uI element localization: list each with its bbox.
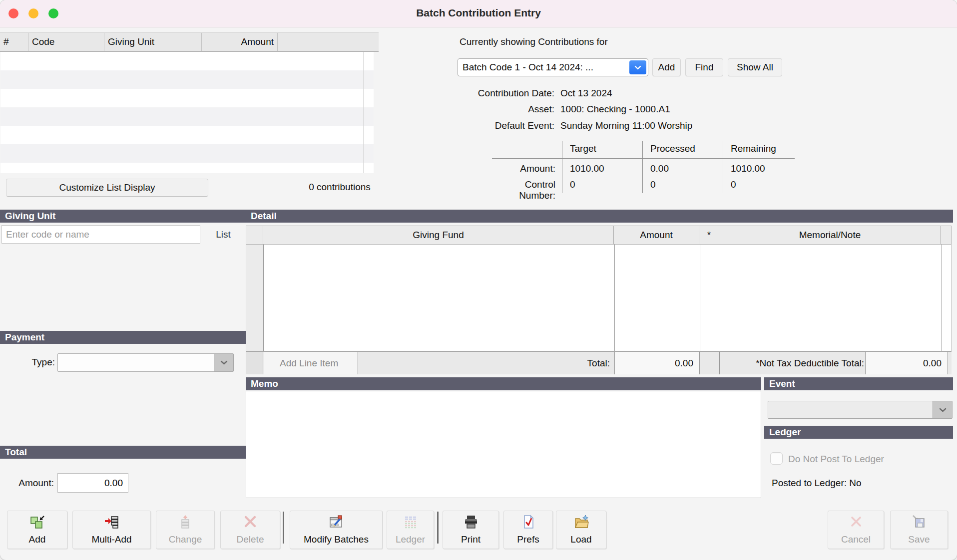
- detail-total-label: Total:: [496, 352, 610, 374]
- modify-batches-icon: [328, 514, 344, 530]
- chevron-down-icon: [214, 354, 233, 371]
- prefs-document-icon: [520, 514, 536, 530]
- summary-col-target: Target: [570, 143, 596, 154]
- not-tax-deductible-label: *Not Tax Deductible Total:: [716, 352, 864, 374]
- event-select[interactable]: [768, 401, 953, 419]
- contribution-date-value: Oct 13 2024: [560, 88, 612, 99]
- delete-x-icon: [242, 514, 258, 530]
- column-header-number: #: [0, 33, 28, 51]
- multi-add-button[interactable]: Multi-Add: [72, 511, 151, 549]
- summary-control-processed: 0: [650, 179, 656, 190]
- detail-total-handle: [246, 352, 263, 374]
- summary-row-control-label: Control Number:: [492, 179, 555, 201]
- memo-textarea[interactable]: [246, 391, 761, 498]
- summary-control-target: 0: [570, 179, 575, 190]
- add-line-item-button[interactable]: Add Line Item: [264, 352, 358, 374]
- detail-col-blank: [941, 226, 951, 244]
- ledger-grid-icon: [403, 514, 419, 530]
- detail-grid-line: [942, 245, 942, 351]
- event-section-title: Event: [764, 377, 953, 390]
- load-button[interactable]: Load: [556, 511, 606, 549]
- detail-grid-line: [614, 245, 615, 351]
- batch-add-button[interactable]: Add: [652, 58, 681, 76]
- batch-show-all-button[interactable]: Show All: [728, 58, 782, 76]
- detail-handle-column: [246, 226, 263, 244]
- summary-row-amount-label: Amount:: [492, 163, 555, 174]
- add-icon: [29, 514, 45, 530]
- summary-col-remaining: Remaining: [731, 143, 776, 154]
- change-icon: [177, 514, 193, 530]
- prefs-button[interactable]: Prefs: [503, 511, 553, 549]
- column-header-giving-unit: Giving Unit: [104, 33, 202, 51]
- contribution-list-header: # Code Giving Unit Amount: [0, 32, 379, 52]
- contribution-list-scrollbar: [363, 52, 364, 173]
- do-not-post-label: Do Not Post To Ledger: [788, 454, 884, 465]
- not-tax-deductible-value: 0.00: [865, 352, 948, 374]
- detail-grid-line: [720, 245, 720, 351]
- currently-showing-label: Currently showing Contributions for: [460, 36, 608, 47]
- cancel-x-icon: [848, 514, 864, 530]
- detail-col-memorial-note: Memorial/Note: [719, 226, 941, 244]
- ledger-section-title: Ledger: [764, 426, 953, 439]
- delete-button[interactable]: Delete: [220, 511, 280, 549]
- column-header-blank: [278, 33, 379, 51]
- contribution-date-label: Contribution Date:: [450, 88, 554, 99]
- printer-icon: [463, 514, 479, 530]
- summary-amount-processed: 0.00: [650, 163, 669, 174]
- default-event-label: Default Event:: [450, 120, 554, 131]
- payment-section-title: Payment: [0, 331, 246, 344]
- batch-find-button[interactable]: Find: [685, 58, 723, 76]
- customize-list-display-button[interactable]: Customize List Display: [6, 179, 208, 197]
- batch-select-value: Batch Code 1 - Oct 14 2024: ...: [463, 62, 593, 73]
- detail-col-giving-fund: Giving Fund: [263, 226, 614, 244]
- payment-type-label: Type:: [0, 357, 55, 368]
- giving-unit-list-button[interactable]: List: [209, 225, 238, 244]
- summary-divider: [492, 158, 795, 159]
- toolbar-divider: [437, 512, 439, 544]
- total-section-title: Total: [0, 446, 246, 459]
- chevron-down-icon: [629, 60, 646, 74]
- do-not-post-checkbox[interactable]: [770, 452, 783, 465]
- column-header-amount: Amount: [202, 33, 278, 51]
- column-header-code: Code: [28, 33, 104, 51]
- detail-table-body[interactable]: [246, 245, 952, 351]
- save-button[interactable]: Save: [890, 511, 948, 549]
- change-button[interactable]: Change: [156, 511, 215, 549]
- detail-total-row: Add Line Item Total: 0.00 *Not Tax Deduc…: [246, 351, 952, 374]
- summary-divider: [723, 141, 723, 193]
- giving-unit-input[interactable]: [1, 225, 200, 244]
- posted-to-ledger-text: Posted to Ledger: No: [772, 478, 862, 489]
- default-event-value: Sunday Morning 11:00 Worship: [560, 120, 692, 131]
- contribution-list-body[interactable]: [0, 52, 374, 173]
- total-amount-label: Amount:: [0, 478, 54, 489]
- load-folder-icon: [573, 514, 589, 530]
- batch-select[interactable]: Batch Code 1 - Oct 14 2024: ...: [458, 58, 648, 76]
- detail-section-title: Detail: [246, 210, 953, 223]
- summary-amount-remaining: 1010.00: [731, 163, 765, 174]
- detail-total-value: 0.00: [614, 352, 700, 374]
- payment-type-select[interactable]: [57, 353, 234, 372]
- add-button[interactable]: Add: [7, 511, 67, 549]
- detail-table-header: Giving Fund Amount * Memorial/Note: [246, 226, 952, 245]
- cancel-button[interactable]: Cancel: [828, 511, 884, 549]
- modify-batches-button[interactable]: Modify Batches: [290, 511, 383, 549]
- asset-label: Asset:: [450, 104, 554, 115]
- memo-section-title: Memo: [246, 377, 761, 390]
- summary-divider: [562, 141, 562, 193]
- detail-col-amount: Amount: [614, 226, 699, 244]
- total-amount-field[interactable]: 0.00: [57, 473, 128, 493]
- titlebar: Batch Contribution Entry: [0, 0, 957, 27]
- toolbar-divider: [283, 512, 284, 544]
- summary-control-remaining: 0: [731, 179, 736, 190]
- ledger-button[interactable]: Ledger: [387, 511, 434, 549]
- summary-divider: [642, 141, 643, 193]
- print-button[interactable]: Print: [443, 511, 499, 549]
- detail-col-star: *: [699, 226, 719, 244]
- chevron-down-icon: [933, 401, 952, 418]
- summary-col-processed: Processed: [650, 143, 695, 154]
- batch-contribution-entry-window: Batch Contribution Entry # Code Giving U…: [0, 0, 957, 560]
- summary-amount-target: 1010.00: [570, 163, 604, 174]
- detail-row-handle-track: [246, 245, 264, 351]
- multi-add-icon: [104, 514, 120, 530]
- contribution-count: 0 contributions: [295, 182, 385, 193]
